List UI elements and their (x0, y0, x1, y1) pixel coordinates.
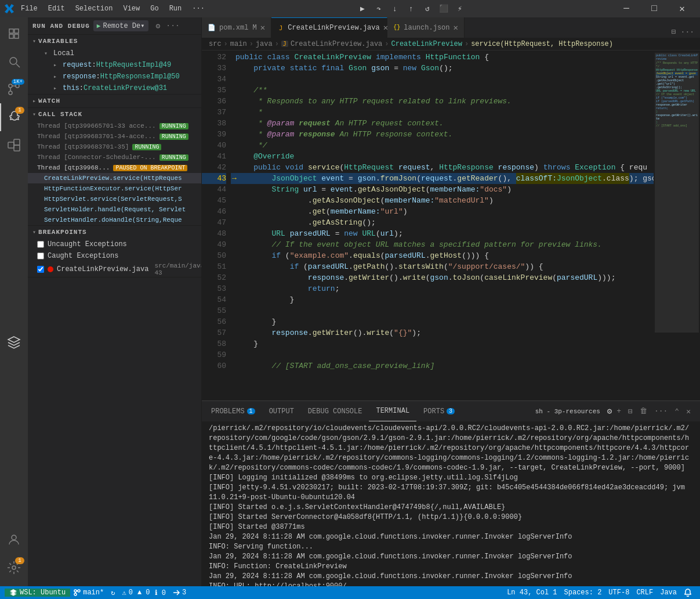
tab-ports[interactable]: PORTS 3 (416, 401, 462, 421)
thread-3[interactable]: Thread [qtp399683701-35] RUNNING (28, 142, 201, 152)
watch-header[interactable]: WATCH (28, 95, 201, 107)
status-sync[interactable]: ↻ (107, 589, 118, 597)
status-encoding[interactable]: UTF-8 (605, 589, 633, 597)
thread-2-name: Thread [qtp399683701-34-acce... (37, 133, 156, 140)
maximize-btn[interactable]: □ (641, 0, 668, 17)
breadcrumb-file[interactable]: CreateLinkPreview.java (291, 40, 382, 48)
call-stack-header[interactable]: CALL STACK (28, 108, 201, 121)
tab-problems[interactable]: PROBLEMS 1 (204, 401, 262, 421)
tab-terminal[interactable]: TERMINAL (369, 401, 416, 421)
debug-step-over-btn[interactable]: ↷ (372, 2, 385, 15)
menu-more[interactable]: ··· (187, 3, 209, 14)
breadcrumb-java[interactable]: java (256, 40, 273, 48)
tab-pom-close-btn[interactable]: ✕ (260, 24, 265, 32)
run-config-btn[interactable]: ▶ Remote De▾ (93, 20, 148, 31)
close-btn[interactable]: ✕ (669, 0, 695, 17)
tab-launch-close-btn[interactable]: ✕ (453, 24, 458, 32)
status-notifications[interactable] (680, 589, 695, 597)
activity-account[interactable] (0, 526, 28, 554)
code-content[interactable]: public class CreateLinkPreview implement… (231, 50, 654, 400)
terminal-trash-btn[interactable]: 🗑 (637, 406, 650, 417)
activity-extensions[interactable] (0, 131, 28, 159)
status-remote[interactable]: WSL: Ubuntu (5, 589, 70, 597)
frame-1[interactable]: CreateLinkPreview.service(HttpReques (28, 173, 201, 183)
status-position[interactable]: Ln 43, Col 1 (503, 589, 560, 597)
tab-output[interactable]: OUTPUT (262, 401, 301, 421)
tab-launch-json[interactable]: {} launch.json ✕ (387, 17, 465, 38)
code-line-44: String url = event.getAsJsonObject(membe… (231, 184, 654, 195)
split-terminal-btn[interactable]: ⊟ (626, 406, 635, 417)
menu-go[interactable]: Go (146, 3, 163, 14)
debug-step-into-btn[interactable]: ↓ (389, 2, 401, 15)
menu-file[interactable]: File (16, 3, 42, 14)
debug-restart-btn[interactable]: ↺ (421, 2, 434, 15)
debug-settings-btn[interactable]: ⚙ (154, 20, 162, 33)
thread-4[interactable]: Thread [Connector-Scheduler-... RUNNING (28, 152, 201, 163)
terminal-more-btn[interactable]: ··· (652, 406, 670, 417)
menu-run[interactable]: Run (165, 3, 187, 14)
status-spaces[interactable]: Spaces: 2 (561, 589, 605, 597)
terminal-line-8: INFO: Serving function... (209, 542, 693, 552)
activity-settings[interactable]: 1 (0, 554, 28, 582)
debug-run-code-btn[interactable]: ⚡ (454, 2, 466, 15)
panel-maximize-btn[interactable]: ⌃ (672, 406, 681, 417)
activity-explorer[interactable] (0, 20, 28, 48)
tab-debug-console[interactable]: DEBUG CONSOLE (301, 401, 369, 421)
bp-uncaught[interactable]: Uncaught Exceptions (28, 239, 201, 250)
debug-more-btn[interactable]: ··· (164, 20, 181, 33)
bp-uncaught-label: Uncaught Exceptions (48, 240, 127, 248)
breadcrumb-class[interactable]: CreateLinkPreview (391, 40, 462, 48)
thread-1[interactable]: Thread [qtp399665701-33 acce... RUNNING (28, 121, 201, 131)
panel-close-btn[interactable]: ✕ (684, 406, 693, 417)
menu-edit[interactable]: Edit (43, 3, 70, 14)
frame-5[interactable]: ServletHandler.doHandle(String,Reque (28, 215, 201, 225)
var-response[interactable]: ▸ response : HttpResponseImpl@50 (28, 71, 201, 82)
debug-step-out-btn[interactable]: ↑ (405, 2, 418, 15)
status-language[interactable]: Java (657, 589, 680, 597)
more-tabs-btn[interactable]: ··· (680, 27, 695, 38)
breakpoints-header[interactable]: BREAKPOINTS (28, 226, 201, 239)
status-branch-label: main* (83, 589, 104, 597)
var-request[interactable]: ▸ request : HttpRequestImpl@49 (28, 59, 201, 71)
terminal-content[interactable]: /pierrick/.m2/repository/io/cloudevents/… (202, 421, 700, 586)
code-line-41: @Override (231, 151, 654, 162)
code-line-45: .getAsJsonObject(memberName:"matchedUrl"… (231, 195, 654, 206)
breadcrumb-src[interactable]: src (209, 40, 222, 48)
status-errors[interactable]: ⚠ 0 ▲ 0 ℹ 0 (118, 589, 169, 597)
menu-selection[interactable]: Selection (71, 3, 118, 14)
activity-source-control[interactable]: 1K+ (0, 75, 28, 103)
activity-debug[interactable]: 1 (0, 103, 28, 131)
activity-remote[interactable] (0, 329, 28, 356)
main-layout: 1K+ 1 (0, 17, 700, 586)
variables-header[interactable]: VARIABLES (28, 35, 201, 48)
split-editor-btn[interactable]: ⊟ (670, 26, 677, 38)
tab-pom-xml[interactable]: 📄 pom.xml M ✕ (202, 17, 271, 38)
minimize-btn[interactable]: ─ (613, 0, 640, 17)
thread-5[interactable]: Thread [qtp39968... PAUSED ON BREAKPOINT (28, 163, 201, 173)
breadcrumb-main[interactable]: main (230, 40, 247, 48)
bp-uncaught-checkbox[interactable] (37, 241, 44, 248)
frame-2[interactable]: HttpFunctionExecutor.service(HttpSer (28, 183, 201, 194)
thread-2[interactable]: Thread [qtp399683701-34-acce... RUNNING (28, 131, 201, 142)
tab-createlink[interactable]: J CreateLinkPreview.java ✕ (271, 17, 387, 38)
local-scope[interactable]: ▾ Local (28, 48, 201, 59)
bp-file[interactable]: CreateLinkPreview.java src/main/java 43 (28, 262, 201, 277)
tab-launch-json-label: launch.json (404, 24, 449, 32)
activity-search[interactable] (0, 48, 28, 75)
status-spaces-label: Spaces: 2 (564, 589, 602, 597)
new-terminal-btn[interactable]: + (614, 406, 623, 417)
var-this[interactable]: ▸ this : CreateLinkPreview@31 (28, 82, 201, 94)
status-sync-icon: ↻ (111, 589, 115, 597)
status-line-ending[interactable]: CRLF (633, 589, 657, 597)
breadcrumb-method[interactable]: service(HttpRequest, HttpResponse) (471, 40, 613, 48)
status-port-forward[interactable]: 3 (169, 589, 190, 597)
frame-3[interactable]: HttpServlet.service(ServletRequest,S (28, 194, 201, 204)
bp-caught-checkbox[interactable] (37, 252, 44, 259)
debug-stop-btn[interactable]: ⬛ (437, 2, 450, 15)
menu-view[interactable]: View (118, 3, 144, 14)
status-branch[interactable]: main* (70, 589, 107, 597)
debug-continue-btn[interactable]: ▶ (356, 2, 369, 15)
bp-file-checkbox[interactable] (37, 266, 44, 273)
bp-caught[interactable]: Caught Exceptions (28, 250, 201, 262)
frame-4[interactable]: ServletHolder.handle(Request, Servlet (28, 204, 201, 215)
